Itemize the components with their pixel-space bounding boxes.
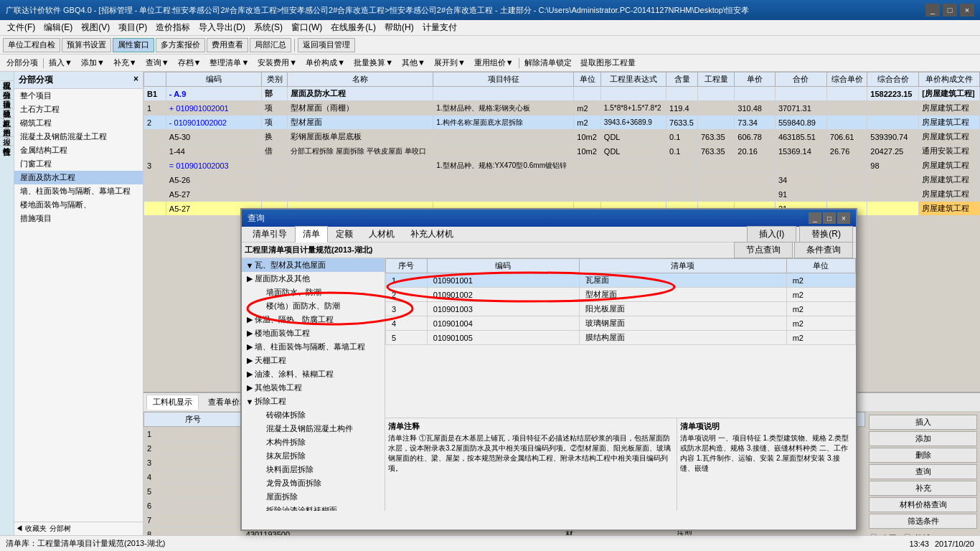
dialog-tab-materials[interactable]: 人材机 bbox=[361, 226, 402, 242]
overview-tab[interactable]: 工程概况 bbox=[0, 72, 14, 81]
archive-btn[interactable]: 存档▼ bbox=[174, 57, 205, 69]
tree-item-wall-waterproof[interactable]: 墙面防水、防潮 bbox=[242, 286, 385, 299]
section-tab[interactable]: 分部分项 bbox=[0, 81, 14, 90]
collapse-btn[interactable]: ◀ 收藏夹 bbox=[16, 524, 47, 534]
material-display-tab[interactable]: 工料机显示 bbox=[146, 395, 199, 410]
add-btn2[interactable]: 添加 bbox=[869, 431, 977, 446]
budget-setting-btn[interactable]: 预算书设置 bbox=[62, 38, 111, 52]
unit-price-btn[interactable]: 单价构成▼ bbox=[302, 57, 349, 69]
other-btn[interactable]: 其他▼ bbox=[398, 57, 429, 69]
menu-help[interactable]: 帮助(H) bbox=[380, 20, 418, 35]
tree-item-paint[interactable]: ▶ 油漆、涂料、裱糊工程 bbox=[242, 367, 385, 381]
menu-project[interactable]: 项目(P) bbox=[114, 20, 151, 35]
close-sidebar-icon[interactable]: × bbox=[133, 74, 138, 86]
tree-item-block-demolish[interactable]: 块料面层拆除 bbox=[242, 463, 385, 476]
dialog-tab-quota[interactable]: 定额 bbox=[328, 226, 361, 242]
return-project-btn[interactable]: 返回项目管理 bbox=[298, 38, 355, 52]
dialog-tab-supplement[interactable]: 补充人材机 bbox=[402, 226, 461, 242]
report-tab[interactable]: 报表 bbox=[0, 128, 14, 137]
section-items-tab[interactable]: 分部分项 bbox=[3, 57, 42, 69]
radio-labor[interactable]: 人工 bbox=[869, 533, 897, 535]
tree-item-tile-roof[interactable]: ▼ 瓦、型材及其他屋面 bbox=[242, 258, 385, 272]
sidebar-metal[interactable]: 金属结构工程 bbox=[14, 143, 143, 157]
tree-item-plaster-demolish[interactable]: 抹灰层拆除 bbox=[242, 449, 385, 463]
install-fee-btn[interactable]: 安装费用▼ bbox=[254, 57, 301, 69]
menu-price-index[interactable]: 造价指标 bbox=[151, 20, 194, 35]
sidebar-earthwork[interactable]: 土石方工程 bbox=[14, 103, 143, 116]
batch-calc-btn[interactable]: 批量换算▼ bbox=[350, 57, 397, 69]
radio-machine[interactable]: 机械 bbox=[903, 533, 930, 535]
tree-item-demolish[interactable]: ▼ 拆除工程 bbox=[242, 395, 385, 408]
dialog-tab-list[interactable]: 清单 bbox=[295, 226, 328, 242]
query-dialog[interactable]: 查询 _ □ × 清单引导 清单 定额 人材机 补充人材机 插入(I) 替换(R… bbox=[240, 208, 857, 531]
supplement-btn2[interactable]: 补充 bbox=[869, 481, 977, 496]
tree-item-keel-demolish[interactable]: 龙骨及饰面拆除 bbox=[242, 476, 385, 490]
sidebar-floor-decor[interactable]: 楼地面装饰与隔断、 bbox=[14, 198, 143, 212]
fee-view-btn[interactable]: 费用查看 bbox=[207, 38, 248, 52]
unlock-btn[interactable]: 解除清单锁定 bbox=[521, 57, 575, 69]
tree-btn[interactable]: 分部树 bbox=[50, 524, 71, 534]
cell-code[interactable]: - A.9 bbox=[166, 87, 262, 101]
dialog-minimize[interactable]: _ bbox=[809, 212, 821, 224]
fee-summary-tab[interactable]: 费用汇总 bbox=[0, 118, 14, 128]
tree-item-roof-demolish[interactable]: 屋面拆除 bbox=[242, 490, 385, 504]
expand-btn[interactable]: 展开到▼ bbox=[430, 57, 469, 69]
node-query-btn[interactable]: 节点查询 bbox=[734, 242, 793, 258]
minimize-btn[interactable]: _ bbox=[925, 4, 940, 17]
query-btn[interactable]: 查询▼ bbox=[142, 57, 173, 69]
filter-btn[interactable]: 筛选条件 bbox=[869, 514, 977, 529]
sidebar-masonry[interactable]: 砌筑工程 bbox=[14, 116, 143, 130]
sidebar-concrete[interactable]: 混凝土及钢筋混凝土工程 bbox=[14, 130, 143, 143]
menu-view[interactable]: 视图(V) bbox=[77, 20, 114, 35]
window-controls[interactable]: _ □ × bbox=[925, 4, 974, 17]
tree-item-roof-waterproof[interactable]: ▶ 屋面防水及其他 bbox=[242, 272, 385, 286]
condition-query-btn[interactable]: 条件查询 bbox=[794, 242, 853, 258]
dialog-controls[interactable]: _ □ × bbox=[809, 212, 850, 224]
insert-dialog-btn[interactable]: 插入(I) bbox=[747, 226, 796, 242]
dialog-tab-guide[interactable]: 清单引导 bbox=[245, 226, 295, 242]
supplement-btn[interactable]: 补充▼ bbox=[110, 57, 141, 69]
tree-item-concrete-demolish[interactable]: 混凝土及钢筋混凝土构件 bbox=[242, 422, 385, 435]
replace-dialog-btn[interactable]: 替换(R) bbox=[799, 226, 853, 242]
menu-measure[interactable]: 计量支付 bbox=[418, 20, 461, 35]
dialog-maximize[interactable]: □ bbox=[823, 212, 836, 224]
tree-item-insulation[interactable]: ▶ 保温、隔热、防腐工程 bbox=[242, 313, 385, 326]
menu-system[interactable]: 系统(S) bbox=[250, 20, 287, 35]
tree-item-wall-decor[interactable]: ▶ 墙、柱面装饰与隔断、幕墙工程 bbox=[242, 340, 385, 354]
close-btn[interactable]: × bbox=[960, 4, 974, 17]
tree-item-paint-demolish[interactable]: 拆除油漆涂料裱糊面 bbox=[242, 504, 385, 511]
query-btn2[interactable]: 查询 bbox=[869, 464, 977, 479]
self-check-btn[interactable]: 单位工程自检 bbox=[3, 38, 60, 52]
sidebar-doors[interactable]: 门窗工程 bbox=[14, 157, 143, 171]
insert-btn2[interactable]: 插入 bbox=[869, 415, 977, 430]
tree-item-floor-waterproof[interactable]: 楼(地）面防水、防潮 bbox=[242, 299, 385, 313]
reuse-btn[interactable]: 重用组价▼ bbox=[471, 57, 517, 69]
insert-btn[interactable]: 插入▼ bbox=[45, 57, 76, 69]
material-price-btn[interactable]: 材料价格查询 bbox=[869, 497, 977, 512]
sidebar-whole-project[interactable]: 整个项目 bbox=[14, 89, 143, 103]
dialog-close[interactable]: × bbox=[837, 212, 850, 224]
menu-import-export[interactable]: 导入导出(D) bbox=[194, 20, 250, 35]
sidebar-measures[interactable]: 措施项目 bbox=[14, 212, 143, 225]
tree-item-brick-demolish[interactable]: 砖砌体拆除 bbox=[242, 408, 385, 422]
tree-item-floor-decor[interactable]: ▶ 楼地面装饰工程 bbox=[242, 326, 385, 340]
property-window-btn[interactable]: 属性窗口 bbox=[113, 38, 154, 52]
menu-file[interactable]: 文件(F) bbox=[3, 20, 39, 35]
menu-online[interactable]: 在线服务(L) bbox=[326, 20, 380, 35]
tree-item-other-decor[interactable]: ▶ 其他装饰工程 bbox=[242, 381, 385, 395]
multi-plan-btn[interactable]: 多方案报价 bbox=[156, 38, 205, 52]
sidebar-roofing[interactable]: 屋面及防水工程 bbox=[14, 171, 143, 184]
sidebar-wall-decor[interactable]: 墙、柱面装饰与隔断、幕墙工程 bbox=[14, 184, 143, 198]
organize-btn[interactable]: 整理清单▼ bbox=[206, 57, 253, 69]
menu-window[interactable]: 窗口(W) bbox=[287, 20, 326, 35]
compliance-tab[interactable]: 符合性检查 bbox=[0, 137, 14, 146]
extract-qty-btn[interactable]: 提取图形工程量 bbox=[577, 57, 639, 69]
other-items-tab[interactable]: 其他项目 bbox=[0, 100, 14, 109]
maximize-btn[interactable]: □ bbox=[943, 4, 957, 17]
add-btn[interactable]: 添加▼ bbox=[77, 57, 108, 69]
tree-item-ceiling[interactable]: ▶ 天棚工程 bbox=[242, 354, 385, 367]
measure-tab[interactable]: 措施项目 bbox=[0, 90, 14, 100]
local-summary-btn[interactable]: 局部汇总 bbox=[250, 38, 291, 52]
materials-tab[interactable]: 人材机汇总 bbox=[0, 109, 14, 118]
menu-edit[interactable]: 编辑(E) bbox=[39, 20, 77, 35]
